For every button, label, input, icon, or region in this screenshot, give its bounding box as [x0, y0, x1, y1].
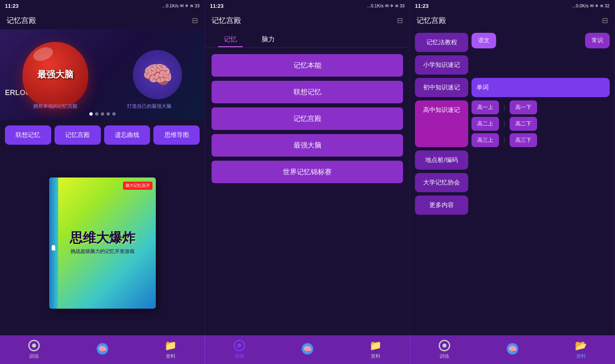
battery-2: 33	[400, 3, 405, 8]
cat-sub-chinese[interactable]: 语文	[472, 33, 496, 48]
nav-resource-1[interactable]: 📁 资料	[137, 340, 205, 360]
nav-label-train-3: 训练	[440, 353, 449, 360]
quick-btn-0[interactable]: 联想记忆	[5, 125, 51, 145]
vocab-row-g1: 高一上 ｜ 高一下	[472, 100, 610, 114]
bottom-nav: 训练 🧠 📁 资料 训练 🧠 📁 资料	[0, 335, 615, 364]
cat-row-1: 小学知识速记	[415, 55, 610, 75]
bookmark-icon-3[interactable]: ⊟	[602, 16, 608, 25]
nav-label-resource-3: 资料	[576, 353, 586, 360]
app-title-2: 记忆宫殿	[212, 16, 241, 25]
banner-logo: 最强大脑	[23, 42, 88, 107]
tab-memory[interactable]: 记忆	[212, 32, 249, 47]
nav-panel-1: 训练 🧠 📁 资料	[0, 335, 205, 364]
cat-peg[interactable]: 地点桩/编码	[415, 150, 468, 170]
brain-icon-3: 🧠	[507, 343, 518, 355]
status-bar-1: 11:23 ...0.1K/s ✉ ✈ ≋ 33	[0, 0, 205, 11]
app-header-2: 记忆宫殿 ⊟	[205, 11, 410, 30]
app-title-3: 记忆宫殿	[417, 16, 446, 25]
network-2: ...0.1K/s	[367, 3, 383, 8]
nav-label-train-2: 训练	[235, 353, 244, 360]
nav-brain-3[interactable]: 🧠	[478, 343, 547, 356]
banner-caption-left: 拥有幸福的记忆宫殿	[33, 103, 77, 110]
panel2-tabs: 记忆 脑力	[205, 30, 410, 48]
menu-item-0[interactable]: 记忆本能	[212, 54, 403, 77]
app-header-1: 记忆宫殿 ⊟	[0, 11, 205, 30]
target-center-2	[237, 344, 241, 348]
tab-brain[interactable]: 脑力	[249, 32, 287, 47]
panel-menu: 11:23 ...0.1K/s ✉ ✈ ≋ 33 记忆宫殿 ⊟ 记忆 脑力 记忆…	[205, 0, 410, 335]
menu-item-3[interactable]: 最强大脑	[212, 134, 403, 157]
cat-high[interactable]: 高中知识速记	[415, 100, 468, 147]
quick-btn-3[interactable]: 思维导图	[153, 125, 200, 145]
cat-memory-tutorial[interactable]: 记忆法教程	[415, 33, 468, 52]
menu-item-1[interactable]: 联想记忆	[212, 81, 403, 103]
dot-1[interactable]	[89, 112, 93, 116]
menu-item-4[interactable]: 世界记忆锦标赛	[212, 161, 403, 183]
time-3: 11:23	[415, 3, 428, 9]
brain-decoration: 🧠	[133, 50, 182, 99]
folder-icon-3: 📂	[575, 340, 587, 351]
signal-icon-2: ✉ ✈ ≋	[385, 3, 399, 9]
target-center-1	[32, 344, 36, 348]
target-icon-3	[439, 340, 450, 351]
banner-dots	[89, 112, 116, 116]
nav-resource-3[interactable]: 📂 资料	[547, 340, 615, 360]
vocab-g1-bot[interactable]: 高一下	[510, 100, 537, 114]
brain-icon-2: 🧠	[302, 343, 313, 355]
battery-1: 33	[195, 3, 200, 8]
bookmark-icon-1[interactable]: ⊟	[192, 16, 198, 25]
panel-categories: 11:23 ...0.0K/s ✉ ✈ ≋ 32 记忆宫殿 ⊟ 记忆法教程 语文	[410, 0, 615, 335]
menu-item-2[interactable]: 记忆宫殿	[212, 107, 403, 130]
app-header-3: 记忆宫殿 ⊟	[410, 11, 615, 30]
cat-sub-vocab: 单词	[476, 84, 489, 91]
nav-resource-2[interactable]: 📁 资料	[342, 340, 410, 360]
book-title-sub: 挑战超级脑力的记忆开发游戏	[71, 248, 134, 255]
vocab-row-g2: 高二上 ｜ 高二下	[472, 117, 610, 131]
nav-brain-1[interactable]: 🧠	[68, 343, 136, 356]
quick-buttons: 联想记忆 记忆宫殿 遗忘曲线 思维导图	[0, 120, 205, 150]
vocab-g2-top[interactable]: 高二上	[472, 117, 499, 131]
nav-label-resource-1: 资料	[166, 353, 175, 360]
panel-home: 11:23 ...0.1K/s ✉ ✈ ≋ 33 记忆宫殿 ⊟ ERLOCK 最…	[0, 0, 205, 335]
nav-label-train-1: 训练	[29, 353, 39, 360]
cat-primary[interactable]: 小学知识速记	[415, 55, 468, 75]
cat-row-5: 大学记忆协会	[415, 173, 610, 192]
brain-icon-1: 🧠	[97, 343, 108, 355]
dot-5[interactable]	[112, 112, 116, 116]
banner-caption-right: 打造自己的最强大脑	[127, 103, 171, 110]
vocab-g1-top[interactable]: 高一上	[472, 100, 499, 114]
battery-3: 32	[605, 3, 610, 8]
dot-3[interactable]	[101, 112, 104, 116]
target-center-3	[442, 344, 446, 348]
nav-brain-2[interactable]: 🧠	[273, 343, 342, 356]
bookmark-icon-2[interactable]: ⊟	[397, 16, 403, 25]
vocab-g2-bot[interactable]: 高二下	[510, 117, 537, 131]
nav-panel-2: 训练 🧠 📁 资料	[205, 335, 410, 364]
dot-4[interactable]	[107, 112, 110, 116]
status-icons-2: ...0.1K/s ✉ ✈ ≋ 33	[367, 3, 405, 9]
dot-2[interactable]	[95, 112, 98, 116]
cat-university[interactable]: 大学记忆协会	[415, 173, 468, 192]
network-1: ...0.1K/s	[162, 3, 178, 8]
cat-row-3: 高中知识速记 高一上 ｜ 高一下 高二上 ｜ 高二下 高三上 ｜	[415, 100, 610, 147]
cat-sub-knowledge[interactable]: 常识	[585, 33, 610, 48]
status-bar-3: 11:23 ...0.0K/s ✉ ✈ ≋ 32	[410, 0, 615, 11]
quick-btn-2[interactable]: 遗忘曲线	[104, 125, 150, 145]
book-section: 思维大爆炸 挑战超级脑力 记忆开发游戏 思维大爆炸 挑战超级脑力的记忆开发游戏 …	[0, 150, 205, 335]
vocab-g3-top[interactable]: 高三上	[472, 133, 499, 147]
nav-train-2[interactable]: 训练	[205, 340, 273, 360]
nav-label-resource-2: 资料	[371, 353, 380, 360]
vocab-g3-bot[interactable]: 高三下	[510, 133, 537, 147]
book-title-main: 思维大爆炸	[70, 231, 135, 245]
time-1: 11:23	[5, 3, 18, 9]
folder-icon-2: 📁	[369, 340, 382, 351]
cat-middle[interactable]: 初中知识速记	[415, 78, 468, 97]
banner-captions: 拥有幸福的记忆宫殿 打造自己的最强大脑	[0, 103, 205, 110]
nav-train-1[interactable]: 训练	[0, 340, 68, 360]
nav-train-3[interactable]: 训练	[410, 340, 478, 360]
quick-btn-1[interactable]: 记忆宫殿	[55, 125, 101, 145]
book-cover[interactable]: 思维大爆炸 挑战超级脑力 记忆开发游戏 思维大爆炸 挑战超级脑力的记忆开发游戏 …	[49, 177, 156, 309]
cat-more[interactable]: 更多内容	[415, 196, 468, 215]
categories-content: 记忆法教程 语文 常识 小学知识速记 初中知识速记	[410, 30, 615, 335]
network-3: ...0.0K/s	[572, 3, 588, 8]
